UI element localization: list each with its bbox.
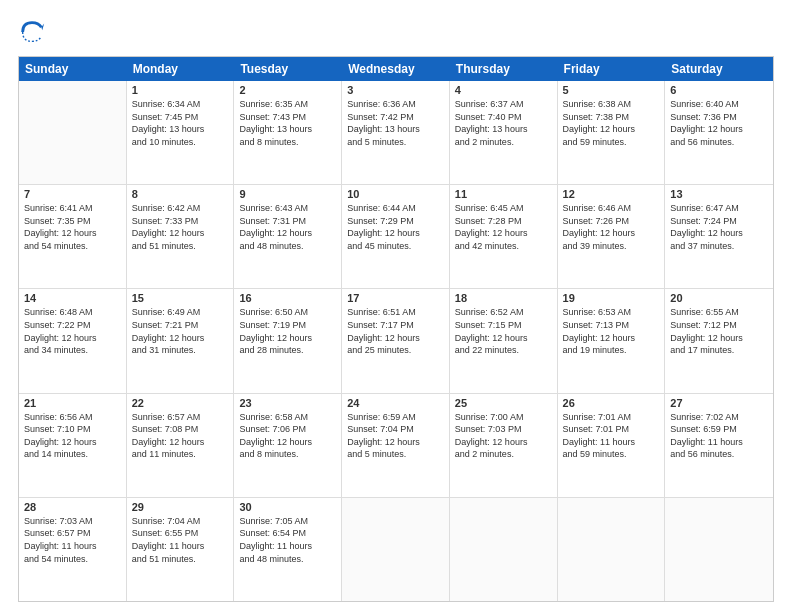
day-number: 8 <box>132 188 229 200</box>
calendar-cell: 18Sunrise: 6:52 AM Sunset: 7:15 PM Dayli… <box>450 289 558 392</box>
day-info: Sunrise: 6:45 AM Sunset: 7:28 PM Dayligh… <box>455 202 552 252</box>
day-info: Sunrise: 6:50 AM Sunset: 7:19 PM Dayligh… <box>239 306 336 356</box>
calendar-cell: 28Sunrise: 7:03 AM Sunset: 6:57 PM Dayli… <box>19 498 127 601</box>
calendar-cell: 16Sunrise: 6:50 AM Sunset: 7:19 PM Dayli… <box>234 289 342 392</box>
day-info: Sunrise: 6:52 AM Sunset: 7:15 PM Dayligh… <box>455 306 552 356</box>
calendar-cell: 2Sunrise: 6:35 AM Sunset: 7:43 PM Daylig… <box>234 81 342 184</box>
calendar: SundayMondayTuesdayWednesdayThursdayFrid… <box>18 56 774 602</box>
day-number: 6 <box>670 84 768 96</box>
weekday-sunday: Sunday <box>19 57 127 81</box>
day-info: Sunrise: 6:51 AM Sunset: 7:17 PM Dayligh… <box>347 306 444 356</box>
calendar-cell <box>450 498 558 601</box>
day-number: 22 <box>132 397 229 409</box>
weekday-saturday: Saturday <box>665 57 773 81</box>
day-number: 11 <box>455 188 552 200</box>
day-info: Sunrise: 6:53 AM Sunset: 7:13 PM Dayligh… <box>563 306 660 356</box>
logo-icon <box>18 18 46 46</box>
day-info: Sunrise: 6:34 AM Sunset: 7:45 PM Dayligh… <box>132 98 229 148</box>
calendar-cell <box>665 498 773 601</box>
calendar-header: SundayMondayTuesdayWednesdayThursdayFrid… <box>19 57 773 81</box>
day-info: Sunrise: 6:41 AM Sunset: 7:35 PM Dayligh… <box>24 202 121 252</box>
calendar-cell: 15Sunrise: 6:49 AM Sunset: 7:21 PM Dayli… <box>127 289 235 392</box>
calendar-cell: 20Sunrise: 6:55 AM Sunset: 7:12 PM Dayli… <box>665 289 773 392</box>
calendar-cell: 14Sunrise: 6:48 AM Sunset: 7:22 PM Dayli… <box>19 289 127 392</box>
calendar-cell: 17Sunrise: 6:51 AM Sunset: 7:17 PM Dayli… <box>342 289 450 392</box>
calendar-cell: 12Sunrise: 6:46 AM Sunset: 7:26 PM Dayli… <box>558 185 666 288</box>
day-info: Sunrise: 6:43 AM Sunset: 7:31 PM Dayligh… <box>239 202 336 252</box>
calendar-cell <box>342 498 450 601</box>
day-info: Sunrise: 6:55 AM Sunset: 7:12 PM Dayligh… <box>670 306 768 356</box>
logo <box>18 18 50 46</box>
calendar-cell: 24Sunrise: 6:59 AM Sunset: 7:04 PM Dayli… <box>342 394 450 497</box>
calendar-cell: 22Sunrise: 6:57 AM Sunset: 7:08 PM Dayli… <box>127 394 235 497</box>
day-number: 12 <box>563 188 660 200</box>
day-info: Sunrise: 6:59 AM Sunset: 7:04 PM Dayligh… <box>347 411 444 461</box>
day-info: Sunrise: 6:57 AM Sunset: 7:08 PM Dayligh… <box>132 411 229 461</box>
calendar-cell: 6Sunrise: 6:40 AM Sunset: 7:36 PM Daylig… <box>665 81 773 184</box>
day-number: 29 <box>132 501 229 513</box>
weekday-tuesday: Tuesday <box>234 57 342 81</box>
calendar-body: 1Sunrise: 6:34 AM Sunset: 7:45 PM Daylig… <box>19 81 773 601</box>
calendar-cell <box>558 498 666 601</box>
weekday-friday: Friday <box>558 57 666 81</box>
day-info: Sunrise: 6:48 AM Sunset: 7:22 PM Dayligh… <box>24 306 121 356</box>
day-info: Sunrise: 6:37 AM Sunset: 7:40 PM Dayligh… <box>455 98 552 148</box>
day-number: 1 <box>132 84 229 96</box>
day-info: Sunrise: 6:56 AM Sunset: 7:10 PM Dayligh… <box>24 411 121 461</box>
day-number: 3 <box>347 84 444 96</box>
calendar-cell: 10Sunrise: 6:44 AM Sunset: 7:29 PM Dayli… <box>342 185 450 288</box>
calendar-cell: 21Sunrise: 6:56 AM Sunset: 7:10 PM Dayli… <box>19 394 127 497</box>
day-number: 24 <box>347 397 444 409</box>
day-number: 19 <box>563 292 660 304</box>
day-number: 15 <box>132 292 229 304</box>
day-info: Sunrise: 6:44 AM Sunset: 7:29 PM Dayligh… <box>347 202 444 252</box>
day-info: Sunrise: 7:03 AM Sunset: 6:57 PM Dayligh… <box>24 515 121 565</box>
day-number: 17 <box>347 292 444 304</box>
calendar-row-4: 28Sunrise: 7:03 AM Sunset: 6:57 PM Dayli… <box>19 498 773 601</box>
day-number: 7 <box>24 188 121 200</box>
day-info: Sunrise: 7:00 AM Sunset: 7:03 PM Dayligh… <box>455 411 552 461</box>
day-number: 25 <box>455 397 552 409</box>
day-info: Sunrise: 7:01 AM Sunset: 7:01 PM Dayligh… <box>563 411 660 461</box>
calendar-cell: 30Sunrise: 7:05 AM Sunset: 6:54 PM Dayli… <box>234 498 342 601</box>
day-number: 28 <box>24 501 121 513</box>
calendar-row-3: 21Sunrise: 6:56 AM Sunset: 7:10 PM Dayli… <box>19 394 773 498</box>
calendar-row-2: 14Sunrise: 6:48 AM Sunset: 7:22 PM Dayli… <box>19 289 773 393</box>
day-number: 30 <box>239 501 336 513</box>
day-number: 4 <box>455 84 552 96</box>
day-number: 5 <box>563 84 660 96</box>
calendar-cell: 25Sunrise: 7:00 AM Sunset: 7:03 PM Dayli… <box>450 394 558 497</box>
header <box>18 18 774 46</box>
day-number: 14 <box>24 292 121 304</box>
day-info: Sunrise: 6:36 AM Sunset: 7:42 PM Dayligh… <box>347 98 444 148</box>
day-number: 26 <box>563 397 660 409</box>
day-number: 20 <box>670 292 768 304</box>
day-number: 16 <box>239 292 336 304</box>
day-info: Sunrise: 6:47 AM Sunset: 7:24 PM Dayligh… <box>670 202 768 252</box>
calendar-cell: 4Sunrise: 6:37 AM Sunset: 7:40 PM Daylig… <box>450 81 558 184</box>
calendar-cell: 23Sunrise: 6:58 AM Sunset: 7:06 PM Dayli… <box>234 394 342 497</box>
calendar-cell: 13Sunrise: 6:47 AM Sunset: 7:24 PM Dayli… <box>665 185 773 288</box>
day-number: 13 <box>670 188 768 200</box>
calendar-row-1: 7Sunrise: 6:41 AM Sunset: 7:35 PM Daylig… <box>19 185 773 289</box>
day-info: Sunrise: 7:02 AM Sunset: 6:59 PM Dayligh… <box>670 411 768 461</box>
calendar-cell: 9Sunrise: 6:43 AM Sunset: 7:31 PM Daylig… <box>234 185 342 288</box>
calendar-cell: 26Sunrise: 7:01 AM Sunset: 7:01 PM Dayli… <box>558 394 666 497</box>
day-number: 10 <box>347 188 444 200</box>
day-number: 27 <box>670 397 768 409</box>
calendar-cell: 1Sunrise: 6:34 AM Sunset: 7:45 PM Daylig… <box>127 81 235 184</box>
calendar-cell: 11Sunrise: 6:45 AM Sunset: 7:28 PM Dayli… <box>450 185 558 288</box>
day-number: 9 <box>239 188 336 200</box>
day-info: Sunrise: 6:46 AM Sunset: 7:26 PM Dayligh… <box>563 202 660 252</box>
day-info: Sunrise: 7:05 AM Sunset: 6:54 PM Dayligh… <box>239 515 336 565</box>
day-info: Sunrise: 6:49 AM Sunset: 7:21 PM Dayligh… <box>132 306 229 356</box>
calendar-cell: 5Sunrise: 6:38 AM Sunset: 7:38 PM Daylig… <box>558 81 666 184</box>
calendar-cell <box>19 81 127 184</box>
day-number: 21 <box>24 397 121 409</box>
day-info: Sunrise: 6:38 AM Sunset: 7:38 PM Dayligh… <box>563 98 660 148</box>
calendar-cell: 27Sunrise: 7:02 AM Sunset: 6:59 PM Dayli… <box>665 394 773 497</box>
day-number: 18 <box>455 292 552 304</box>
weekday-thursday: Thursday <box>450 57 558 81</box>
calendar-cell: 7Sunrise: 6:41 AM Sunset: 7:35 PM Daylig… <box>19 185 127 288</box>
day-info: Sunrise: 7:04 AM Sunset: 6:55 PM Dayligh… <box>132 515 229 565</box>
